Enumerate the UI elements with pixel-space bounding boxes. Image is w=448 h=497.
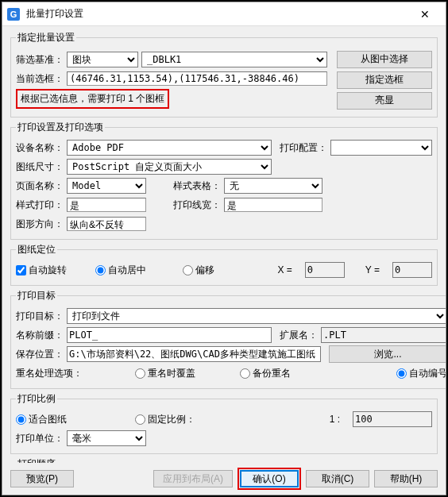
device-label: 设备名称： [16,141,64,155]
window-title: 批量打印设置 [20,7,409,21]
page-label: 页面名称： [16,179,64,193]
group-print-settings: 打印设置及打印选项 设备名称： Adobe PDF 打印配置： 图纸尺寸： Po… [10,121,438,240]
offset-radio[interactable]: 偏移 [183,264,214,277]
help-button[interactable]: 帮助(H) [374,470,438,487]
lineweight-value: 是 [224,198,322,212]
dialog-body: 指定批量设置 筛选基准： 图块 _DBLK1 当前选框： (46746.31,1… [2,26,446,463]
style-table-label: 样式表格： [173,179,221,193]
preview-button[interactable]: 预览(P) [10,470,74,487]
filter-block-select[interactable]: _DBLK1 [141,52,327,67]
apply-layout-button[interactable]: 应用到布局(A) [153,470,233,487]
style-print-value: 是 [67,198,146,212]
dup-backup-radio[interactable]: 备份重名 [240,367,291,380]
group-print-settings-legend: 打印设置及打印选项 [16,121,105,134]
auto-rotate-checkbox[interactable]: 自动旋转 [16,264,67,277]
fit-radio[interactable]: 适合图纸 [16,413,67,426]
page-select[interactable]: Model [67,178,146,194]
dialog-window: G 批量打印设置 ✕ 指定批量设置 筛选基准： 图块 _DBLK1 当前选框： … [2,2,446,495]
group-batch-spec-legend: 指定批量设置 [16,31,76,44]
prefix-label: 名称前缀： [16,329,64,342]
x-label: X = [278,264,292,275]
dup-overwrite-radio[interactable]: 重名时覆盖 [135,367,195,380]
lineweight-label: 打印线宽： [173,198,221,212]
ratio-sep: 1 : [330,414,340,425]
group-scale: 打印比例 适合图纸 固定比例： 1 : 打印单位： 毫米 [10,392,438,454]
dup-label: 重名处理选项： [16,367,83,380]
highlight-button[interactable]: 亮显 [337,92,432,110]
filter-basis-label: 筛选基准： [16,53,64,67]
ext-input[interactable] [321,327,446,343]
save-label: 保存位置： [16,348,64,361]
device-select[interactable]: Adobe PDF [67,140,272,156]
y-input[interactable] [392,262,432,278]
orient-label: 图形方向： [16,218,64,231]
group-positioning-legend: 图纸定位 [16,243,57,256]
group-positioning: 图纸定位 自动旋转 自动居中 偏移 X = Y = [10,243,438,286]
close-button[interactable]: ✕ [409,2,441,26]
fixed-radio[interactable]: 固定比例： [135,413,195,426]
group-target-legend: 打印目标 [16,289,57,302]
ext-label: 扩展名： [280,329,318,342]
dup-autonum-radio[interactable]: 自动编号 [396,367,446,380]
unit-label: 打印单位： [16,432,64,445]
style-print-label: 样式打印： [16,198,64,212]
group-order-legend: 打印顺序 [16,457,57,463]
style-table-select[interactable]: 无 [224,178,322,194]
browse-button[interactable]: 浏览... [329,345,446,363]
paper-label: 图纸尺寸： [16,160,64,174]
cancel-button[interactable]: 取消(C) [306,470,369,487]
group-scale-legend: 打印比例 [16,392,57,406]
paper-select[interactable]: PostScript 自定义页面大小 [67,159,272,175]
x-input[interactable] [305,262,345,278]
pick-from-drawing-button[interactable]: 从图中选择 [337,51,432,68]
specify-frame-button[interactable]: 指定选框 [337,71,432,89]
group-batch-spec: 指定批量设置 筛选基准： 图块 _DBLK1 当前选框： (46746.31,1… [10,31,438,118]
config-label: 打印配置： [280,141,327,155]
close-icon: ✕ [420,8,430,21]
target-select[interactable]: 打印到文件 [67,308,446,324]
orient-value: 纵向&不反转 [67,217,146,231]
footer: 预览(P) 应用到布局(A) 确认(O) 取消(C) 帮助(H) [2,463,446,495]
app-icon: G [7,8,20,21]
ok-frame: 确认(O) [238,468,301,490]
ok-button[interactable]: 确认(O) [240,470,299,487]
config-select[interactable] [330,140,432,156]
save-input[interactable] [67,346,321,362]
filter-type-select[interactable]: 图块 [67,52,138,67]
titlebar: G 批量打印设置 ✕ [2,2,446,26]
current-frame-label: 当前选框： [16,72,64,86]
group-order: 打印顺序 绘制顺序 从左往右 从上往下 逆序 [10,457,438,463]
info-frame-count: 根据已选信息，需要打印 1 个图框 [16,89,169,109]
prefix-input[interactable] [67,327,272,343]
target-label: 打印目标： [16,310,64,323]
group-target: 打印目标 打印目标： 打印到文件 名称前缀： 扩展名： 保存位置： 浏览... … [10,289,446,389]
auto-center-radio[interactable]: 自动居中 [95,264,146,277]
unit-select[interactable]: 毫米 [67,430,146,446]
current-frame-value: (46746.31,1153.54),(117546.31,-38846.46) [67,71,327,86]
y-label: Y = [365,264,380,275]
ratio-input[interactable] [353,411,432,427]
